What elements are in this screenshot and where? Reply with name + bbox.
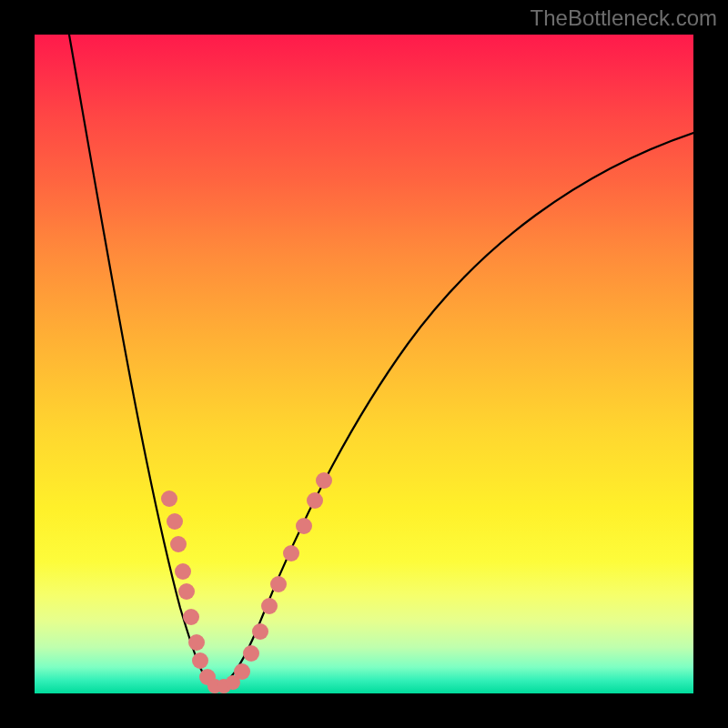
curve-marker xyxy=(307,492,323,509)
chart-svg xyxy=(35,35,693,693)
curve-marker xyxy=(270,576,287,592)
plot-area xyxy=(35,35,693,693)
curve-marker xyxy=(175,563,191,580)
curve-marker xyxy=(296,518,312,534)
curve-markers xyxy=(161,472,332,693)
chart-frame: TheBottleneck.com xyxy=(0,0,728,728)
curve-marker xyxy=(283,545,299,561)
watermark-text: TheBottleneck.com xyxy=(531,5,717,31)
curve-marker xyxy=(170,536,187,552)
curve-marker xyxy=(261,598,278,614)
curve-marker xyxy=(243,645,259,662)
curve-marker xyxy=(183,609,199,625)
curve-marker xyxy=(192,652,208,669)
curve-marker xyxy=(316,472,332,489)
curve-marker xyxy=(167,513,183,530)
curve-marker xyxy=(188,634,205,651)
curve-marker xyxy=(178,583,195,600)
curve-marker xyxy=(234,663,250,680)
bottleneck-curve xyxy=(69,35,693,690)
curve-marker xyxy=(161,490,177,507)
curve-marker xyxy=(252,623,268,640)
